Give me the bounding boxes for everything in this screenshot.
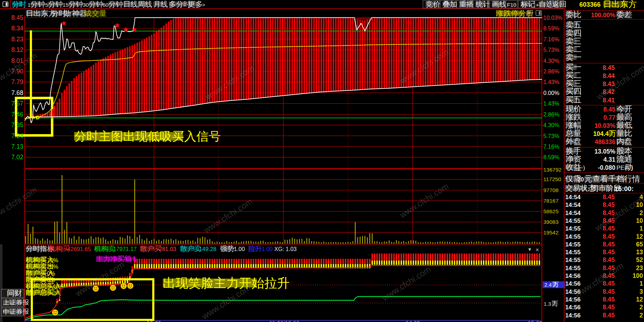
svg-text:8.45: 8.45 bbox=[603, 106, 615, 113]
svg-text:▼: ▼ bbox=[527, 247, 532, 252]
svg-text:重播: 重播 bbox=[459, 0, 474, 8]
svg-text:1.00: 1.00 bbox=[262, 246, 273, 252]
svg-text:委比: 委比 bbox=[566, 10, 581, 19]
svg-text:自选: 自选 bbox=[539, 0, 553, 8]
svg-text:总量: 总量 bbox=[565, 129, 581, 138]
svg-text:7.16%: 7.16% bbox=[543, 144, 559, 150]
svg-text:分钟: 分钟 bbox=[48, 0, 63, 8]
svg-text:149.28: 149.28 bbox=[199, 246, 216, 252]
svg-text:12: 12 bbox=[636, 233, 643, 240]
svg-text:净资: 净资 bbox=[566, 155, 581, 163]
svg-text:分钟: 分钟 bbox=[31, 0, 45, 8]
svg-text:今开: 今开 bbox=[616, 105, 632, 113]
svg-text:万: 万 bbox=[609, 129, 616, 138]
svg-text:0.00%: 0.00% bbox=[543, 90, 559, 96]
svg-text:机构卖: 机构卖 bbox=[94, 245, 116, 252]
svg-text:最高: 最高 bbox=[616, 113, 632, 121]
svg-text:10: 10 bbox=[636, 217, 643, 224]
svg-text:104.4: 104.4 bbox=[593, 130, 609, 137]
svg-text::: : bbox=[259, 246, 260, 252]
svg-text:机构买: 机构买 bbox=[48, 245, 70, 252]
svg-text:14:55: 14:55 bbox=[565, 217, 580, 224]
svg-text:1.43%: 1.43% bbox=[543, 79, 559, 85]
svg-text:8.59%: 8.59% bbox=[543, 25, 559, 31]
svg-text:0%: 0% bbox=[52, 290, 60, 296]
svg-text:4.30%: 4.30% bbox=[543, 58, 559, 64]
svg-text:8.12: 8.12 bbox=[11, 46, 23, 53]
svg-text:8.45: 8.45 bbox=[603, 304, 615, 311]
svg-text:画线: 画线 bbox=[492, 0, 507, 8]
svg-text:卖五: 卖五 bbox=[566, 20, 581, 29]
svg-text:1: 1 bbox=[639, 225, 643, 232]
svg-text:统计: 统计 bbox=[476, 0, 491, 8]
svg-text:买四: 买四 bbox=[566, 87, 581, 96]
svg-text:0.77: 0.77 bbox=[603, 114, 615, 121]
svg-text:5.73%: 5.73% bbox=[543, 133, 559, 139]
svg-text:2.86%: 2.86% bbox=[543, 68, 559, 74]
svg-text:20: 20 bbox=[577, 176, 584, 183]
svg-text:分钟: 分钟 bbox=[108, 0, 123, 8]
svg-text:78167: 78167 bbox=[543, 198, 559, 204]
svg-text::: : bbox=[156, 246, 157, 252]
svg-text:8.45: 8.45 bbox=[603, 256, 615, 263]
svg-text:8.45: 8.45 bbox=[11, 14, 23, 21]
svg-text:散户卖: 散户卖 bbox=[180, 245, 201, 252]
svg-text:周线: 周线 bbox=[138, 0, 152, 8]
svg-text:F10: F10 bbox=[507, 2, 516, 8]
svg-text:100: 100 bbox=[633, 272, 643, 279]
svg-text:42691.65: 42691.65 bbox=[67, 246, 91, 252]
svg-text:8.59%: 8.59% bbox=[543, 154, 559, 160]
svg-text:7.13: 7.13 bbox=[11, 143, 23, 150]
svg-text:8.45: 8.45 bbox=[603, 296, 615, 303]
svg-text:39083: 39083 bbox=[543, 219, 559, 225]
svg-text:散户买: 散户买 bbox=[140, 245, 161, 252]
svg-text:52: 52 bbox=[636, 256, 643, 263]
svg-text:1.3: 1.3 bbox=[544, 301, 551, 307]
svg-text:8.45: 8.45 bbox=[603, 241, 615, 248]
svg-text:7.79: 7.79 bbox=[11, 78, 23, 85]
svg-text:1.00: 1.00 bbox=[234, 246, 245, 252]
svg-text:分钟: 分钟 bbox=[69, 0, 83, 8]
svg-text:8.23: 8.23 bbox=[11, 36, 23, 43]
svg-text::: : bbox=[196, 246, 197, 252]
svg-text:14:55: 14:55 bbox=[565, 249, 580, 256]
svg-text:多分时: 多分时 bbox=[169, 0, 191, 8]
svg-text:8.45: 8.45 bbox=[603, 312, 615, 319]
svg-text:返回: 返回 bbox=[552, 0, 567, 8]
svg-text:14:56: 14:56 bbox=[565, 273, 580, 279]
svg-text:14:56: 14:56 bbox=[565, 304, 580, 311]
svg-text:×: × bbox=[536, 246, 539, 253]
svg-text:1: 1 bbox=[28, 2, 31, 8]
svg-text:14:55: 14:55 bbox=[565, 233, 580, 240]
svg-text:58625: 58625 bbox=[543, 208, 559, 214]
svg-text:2.4: 2.4 bbox=[544, 282, 552, 288]
svg-text:流通: 流通 bbox=[616, 155, 632, 163]
svg-text:月线: 月线 bbox=[153, 0, 168, 8]
svg-text:15: 15 bbox=[63, 2, 69, 8]
svg-text:问财: 问财 bbox=[7, 289, 22, 297]
svg-text:7.46: 7.46 bbox=[11, 111, 23, 118]
svg-text:8.45: 8.45 bbox=[603, 288, 615, 295]
svg-text:1: 1 bbox=[639, 280, 643, 287]
svg-text:叠加: 叠加 bbox=[443, 0, 457, 8]
svg-text:14:55: 14:55 bbox=[565, 257, 580, 263]
svg-text:4.30%: 4.30% bbox=[543, 122, 559, 128]
svg-text:14:56: 14:56 bbox=[565, 312, 580, 319]
svg-text:14:54: 14:54 bbox=[565, 194, 581, 201]
svg-text:13.05%: 13.05% bbox=[595, 148, 616, 155]
svg-text:): ) bbox=[631, 165, 633, 171]
svg-text:4.31: 4.31 bbox=[603, 156, 615, 163]
svg-text:60: 60 bbox=[102, 2, 109, 8]
svg-text:5.73%: 5.73% bbox=[543, 47, 559, 53]
svg-text:买一: 买一 bbox=[566, 63, 581, 72]
svg-text:13: 13 bbox=[636, 249, 643, 256]
svg-text:成交量: 成交量 bbox=[84, 9, 107, 18]
svg-text:分钟: 分钟 bbox=[89, 0, 103, 8]
svg-text:100.00%: 100.00% bbox=[591, 12, 616, 19]
svg-text:14:54: 14:54 bbox=[565, 210, 581, 216]
svg-text:卖二: 卖二 bbox=[566, 45, 581, 54]
svg-text:上证券报: 上证券报 bbox=[3, 299, 29, 306]
svg-text:65: 65 bbox=[636, 241, 643, 248]
svg-text:标记: 标记 bbox=[520, 0, 535, 8]
svg-text:17971.17: 17971.17 bbox=[113, 246, 137, 252]
